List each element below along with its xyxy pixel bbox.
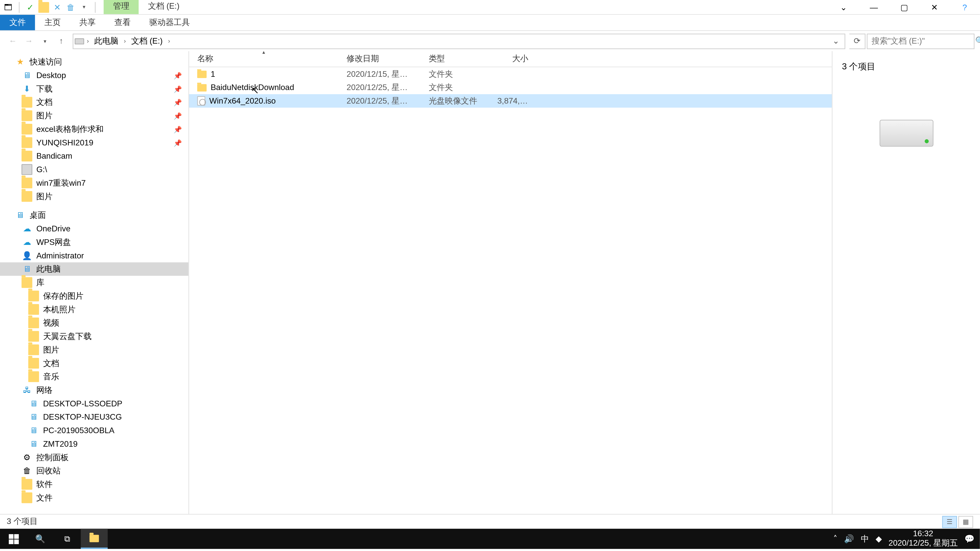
contextual-tab-manage[interactable]: 管理 xyxy=(103,0,138,14)
nav-desktop-root[interactable]: 🖥桌面 xyxy=(0,208,188,222)
column-name[interactable]: 名称▴ xyxy=(189,51,339,67)
back-button[interactable]: ← xyxy=(5,34,20,48)
qat-close-icon[interactable]: ✕ xyxy=(52,2,62,13)
column-type[interactable]: 类型 xyxy=(421,51,489,67)
chevron-right-icon[interactable]: › xyxy=(167,38,171,44)
nav-label: 控制面板 xyxy=(36,452,68,463)
breadcrumb-segment[interactable]: 文档 (E:) xyxy=(129,35,165,47)
nav-folder[interactable]: 图片 xyxy=(0,190,188,203)
taskbar: 🔍 ⧉ ˄ 🔊 中 ◆ 16:32 2020/12/25, 星期五 💬 xyxy=(0,529,980,549)
nav-net-pc[interactable]: 🖥PC-20190530OBLA xyxy=(0,424,188,437)
ribbon-tab-file[interactable]: 文件 xyxy=(0,15,35,30)
help-icon[interactable]: ? xyxy=(950,0,980,14)
column-size[interactable]: 大小 xyxy=(489,51,536,67)
address-dropdown-icon[interactable]: ⌄ xyxy=(829,36,843,46)
ribbon-toggle-icon[interactable]: ⌄ xyxy=(829,0,859,14)
navigation-pane[interactable]: ★快速访问 🖥Desktop📌 ⬇下载📌 文档📌 图片📌 excel表格制作求和… xyxy=(0,51,188,518)
chevron-right-icon[interactable]: › xyxy=(86,38,90,44)
action-center-icon[interactable]: 💬 xyxy=(964,534,975,544)
task-view-button[interactable]: ⧉ xyxy=(54,529,81,549)
nav-label: 快速访问 xyxy=(30,56,62,68)
file-row[interactable]: BaiduNetdiskDownload 2020/12/25, 星期五 1..… xyxy=(189,81,832,94)
recent-locations-dropdown[interactable]: ▾ xyxy=(38,34,52,48)
ribbon-tab-share[interactable]: 共享 xyxy=(70,15,105,30)
column-date[interactable]: 修改日期 xyxy=(339,51,421,67)
preview-item-count: 3 个项目 xyxy=(842,60,970,73)
desktop-icon: 🖥 xyxy=(21,70,32,81)
nav-net-pc[interactable]: 🖥DESKTOP-NJEU3CG xyxy=(0,410,188,424)
search-box[interactable]: 🔍 xyxy=(867,33,974,49)
nav-folder[interactable]: Bandicam xyxy=(0,149,188,163)
nav-label: 天翼云盘下载 xyxy=(43,330,92,342)
qat-delete-icon[interactable]: 🗑 xyxy=(65,2,76,13)
pin-icon: 📌 xyxy=(173,98,182,106)
ribbon-tab-view[interactable]: 查看 xyxy=(105,15,140,30)
drive-icon xyxy=(21,164,32,175)
nav-desktop[interactable]: 🖥Desktop📌 xyxy=(0,68,188,82)
clock[interactable]: 16:32 2020/12/25, 星期五 xyxy=(889,530,958,548)
maximize-button[interactable]: ▢ xyxy=(889,0,919,14)
up-button[interactable]: ↑ xyxy=(54,34,68,48)
ribbon-tab-drive-tools[interactable]: 驱动器工具 xyxy=(140,15,199,30)
nav-recycle-bin[interactable]: 🗑回收站 xyxy=(0,464,188,478)
search-icon[interactable]: 🔍 xyxy=(972,36,980,46)
nav-folder[interactable]: YUNQISHI2019📌 xyxy=(0,136,188,149)
nav-quick-access[interactable]: ★快速访问 xyxy=(0,55,188,68)
nav-network[interactable]: 🖧网络 xyxy=(0,383,188,397)
nav-libraries[interactable]: 库 xyxy=(0,276,188,289)
ime-icon[interactable]: 中 xyxy=(861,533,869,545)
forward-button[interactable]: → xyxy=(21,34,36,48)
nav-music[interactable]: 音乐 xyxy=(0,370,188,383)
search-button[interactable]: 🔍 xyxy=(27,529,54,549)
refresh-button[interactable]: ⟳ xyxy=(850,33,865,49)
chevron-right-icon[interactable]: › xyxy=(123,38,127,44)
nav-net-pc[interactable]: 🖥ZMT2019 xyxy=(0,437,188,451)
nav-pictures[interactable]: 图片📌 xyxy=(0,109,188,122)
qat-check-icon[interactable]: ✓ xyxy=(25,2,36,13)
nav-onedrive[interactable]: ☁OneDrive xyxy=(0,222,188,235)
nav-net-pc[interactable]: 🖥DESKTOP-LSSOEDP xyxy=(0,397,188,410)
details-view-button[interactable]: ☰ xyxy=(942,516,957,527)
qat-folder-icon[interactable] xyxy=(38,2,49,13)
nav-documents[interactable]: 文档📌 xyxy=(0,95,188,109)
file-row[interactable]: 1 2020/12/15, 星期二 1... 文件夹 xyxy=(189,67,832,81)
minimize-button[interactable]: — xyxy=(859,0,889,14)
volume-icon[interactable]: 🔊 xyxy=(844,534,854,544)
nav-folder[interactable]: win7重装win7 xyxy=(0,176,188,190)
nav-camera-roll[interactable]: 本机照片 xyxy=(0,303,188,316)
taskbar-explorer[interactable] xyxy=(81,529,107,549)
nav-folder[interactable]: 文件 xyxy=(0,491,188,505)
nav-videos[interactable]: 视频 xyxy=(0,316,188,330)
pin-icon: 📌 xyxy=(173,85,182,93)
nav-folder[interactable]: excel表格制作求和📌 xyxy=(0,122,188,136)
file-row[interactable]: Win7x64_2020.iso 2020/12/25, 星期五 1... 光盘… xyxy=(189,94,832,108)
nav-ty-download[interactable]: 天翼云盘下载 xyxy=(0,330,188,343)
nav-drive[interactable]: G:\ xyxy=(0,163,188,176)
nav-saved-pictures[interactable]: 保存的图片 xyxy=(0,289,188,303)
nav-control-panel[interactable]: ⚙控制面板 xyxy=(0,451,188,464)
breadcrumb-segment[interactable]: 此电脑 xyxy=(92,35,121,47)
nav-user[interactable]: 👤Administrator xyxy=(0,249,188,262)
qat-dropdown-icon[interactable]: ▾ xyxy=(79,2,89,13)
nav-this-pc[interactable]: 🖥此电脑 xyxy=(0,262,188,276)
thumbnails-view-button[interactable]: ▦ xyxy=(958,516,973,527)
search-input[interactable] xyxy=(872,36,973,46)
nav-label: excel表格制作求和 xyxy=(36,124,103,135)
tray-chevron-up-icon[interactable]: ˄ xyxy=(833,534,837,544)
svg-rect-2 xyxy=(8,539,13,544)
nav-documents-lib[interactable]: 文档 xyxy=(0,357,188,370)
close-button[interactable]: ✕ xyxy=(919,0,950,14)
address-bar[interactable]: › 此电脑 › 文档 (E:) › ⌄ xyxy=(73,33,845,49)
folder-icon xyxy=(28,372,39,382)
nav-pictures-lib[interactable]: 图片 xyxy=(0,343,188,357)
nav-folder[interactable]: 软件 xyxy=(0,478,188,491)
nav-label: OneDrive xyxy=(36,224,70,233)
tray-app-icon[interactable]: ◆ xyxy=(876,534,882,544)
folder-icon xyxy=(197,84,207,91)
nav-wps[interactable]: ☁WPS网盘 xyxy=(0,235,188,249)
start-button[interactable] xyxy=(0,529,27,549)
nav-label: 回收站 xyxy=(36,465,60,476)
nav-downloads[interactable]: ⬇下载📌 xyxy=(0,82,188,96)
ribbon-tab-home[interactable]: 主页 xyxy=(35,15,70,30)
svg-rect-1 xyxy=(14,534,18,538)
